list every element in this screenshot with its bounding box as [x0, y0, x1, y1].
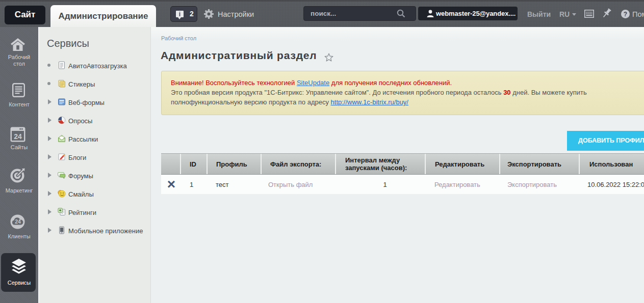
svg-text:24: 24: [15, 218, 21, 225]
svg-text:?: ?: [624, 11, 627, 18]
svg-text:24: 24: [14, 132, 22, 141]
